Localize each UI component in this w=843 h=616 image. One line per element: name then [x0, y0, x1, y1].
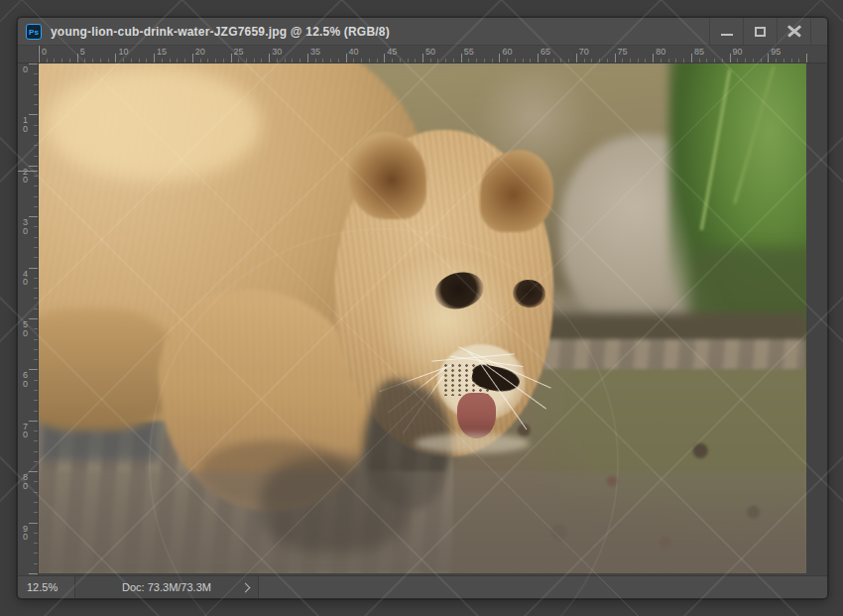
ruler-label: 8 0 — [23, 473, 28, 490]
window-controls — [709, 18, 811, 45]
ruler-tick — [108, 59, 109, 62]
photoshop-document-window: Ps young-lion-cub-drink-water-JZG7659.jp… — [17, 17, 828, 599]
ruler-label: 70 — [579, 47, 589, 57]
ruler-tick — [34, 461, 38, 462]
ruler-tick — [34, 328, 38, 329]
close-button[interactable] — [777, 18, 811, 45]
close-icon — [787, 25, 801, 38]
ruler-tick — [77, 54, 78, 62]
ruler-tick — [315, 59, 316, 62]
ruler-tick — [568, 59, 569, 62]
ruler-tick — [499, 54, 500, 62]
whisker — [458, 347, 551, 389]
ruler-label: 3 0 — [23, 218, 28, 235]
horizontal-ruler[interactable]: 05101520253035404550556065707580859095 — [39, 46, 827, 63]
ruler-tick — [34, 380, 38, 381]
ruler-tick — [238, 59, 239, 62]
ruler-tick — [377, 59, 378, 62]
document-area: 01 02 03 04 05 06 07 08 09 0 — [18, 63, 827, 575]
ruler-tick — [607, 59, 608, 62]
ruler-tick — [34, 431, 38, 431]
ruler-tick — [170, 59, 171, 62]
ruler-tick — [34, 390, 38, 391]
ruler-tick — [34, 206, 38, 207]
ruler-tick — [292, 59, 293, 62]
cub-body-lower — [39, 308, 177, 431]
ruler-label: 80 — [656, 47, 665, 57]
ruler-tick — [29, 63, 38, 64]
chevron-right-icon[interactable] — [241, 583, 251, 593]
ruler-tick — [29, 573, 38, 574]
ruler-label: 30 — [272, 47, 282, 57]
ruler-label: 75 — [618, 47, 628, 57]
ruler-tick — [369, 59, 370, 62]
ruler-tick — [753, 59, 754, 62]
pasteboard — [806, 63, 827, 575]
ruler-tick — [599, 59, 600, 62]
ruler-tick — [34, 278, 38, 279]
doc-info-field[interactable]: Doc: 73.3M/73.3M — [74, 576, 259, 598]
ruler-tick — [737, 59, 738, 62]
ruler-tick — [415, 59, 416, 62]
ruler-row: 05101520253035404550556065707580859095 — [18, 46, 827, 63]
cub-ear-right — [480, 150, 553, 231]
ruler-label: 85 — [694, 47, 704, 57]
ruler-tick — [584, 59, 585, 62]
ruler-tick — [645, 59, 646, 62]
ruler-tick — [714, 59, 715, 62]
ruler-tick — [683, 59, 684, 62]
ruler-tick — [745, 59, 746, 62]
screenshot-root: Ps young-lion-cub-drink-water-JZG7659.jp… — [0, 0, 843, 616]
ruler-origin-corner[interactable] — [18, 46, 39, 63]
ruler-label: 95 — [771, 47, 781, 57]
ruler-tick — [29, 523, 38, 524]
ruler-tick — [730, 54, 731, 62]
ruler-tick — [461, 54, 462, 62]
ruler-tick — [661, 59, 662, 62]
ruler-tick — [54, 59, 55, 62]
ruler-tick — [353, 59, 354, 62]
ruler-tick — [691, 54, 692, 62]
ruler-tick — [29, 268, 38, 269]
ruler-tick — [560, 59, 561, 62]
ruler-label: 90 — [733, 47, 743, 57]
ruler-label: 10 — [118, 47, 128, 57]
ruler-tick — [34, 156, 38, 157]
ruler-tick — [437, 59, 438, 62]
ruler-tick — [34, 298, 38, 299]
ruler-label: 4 0 — [23, 270, 28, 287]
ruler-label: 25 — [234, 47, 244, 57]
ruler-tick — [34, 411, 38, 412]
ruler-tick — [34, 73, 38, 74]
title-bar[interactable]: Ps young-lion-cub-drink-water-JZG7659.jp… — [18, 18, 827, 46]
ruler-tick — [768, 54, 769, 62]
zoom-level-field[interactable]: 12.5% — [18, 581, 74, 593]
ruler-tick — [630, 59, 631, 62]
ruler-tick — [615, 54, 616, 62]
ruler-tick — [34, 440, 38, 441]
ruler-tick — [422, 54, 423, 62]
ruler-tick — [192, 54, 193, 62]
ruler-tick — [806, 54, 807, 62]
ruler-tick — [523, 59, 524, 62]
minimize-button[interactable] — [709, 18, 743, 45]
ruler-tick — [783, 59, 784, 62]
ruler-tick — [507, 59, 508, 62]
photo-canvas[interactable] — [39, 63, 806, 573]
water-ripple-highlight — [415, 433, 530, 454]
ruler-tick — [346, 54, 347, 62]
vertical-ruler[interactable]: 01 02 03 04 05 06 07 08 09 0 — [18, 63, 39, 575]
maximize-button[interactable] — [743, 18, 777, 45]
ruler-tick — [591, 59, 592, 62]
ruler-tick — [277, 59, 278, 62]
ruler-label: 35 — [310, 47, 320, 57]
water-shadow — [261, 456, 407, 554]
ruler-tick — [798, 59, 799, 62]
ruler-tick — [408, 59, 409, 62]
ruler-tick — [231, 54, 232, 62]
ruler-tick — [34, 237, 38, 238]
ruler-tick — [34, 125, 38, 126]
ruler-tick — [29, 114, 38, 115]
minimize-icon — [721, 34, 733, 36]
ruler-tick — [545, 59, 546, 62]
